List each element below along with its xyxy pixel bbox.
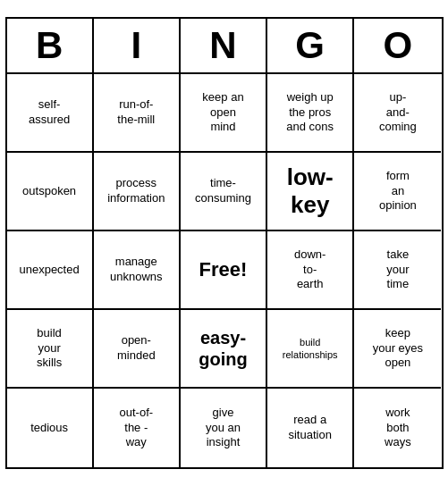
cell-text: manage unknowns	[110, 255, 163, 285]
bingo-cell-2: keep an open mind	[181, 74, 267, 153]
bingo-cell-21: out-of- the - way	[94, 389, 181, 467]
bingo-cell-20: tedious	[7, 389, 94, 467]
bingo-letter-o: O	[354, 19, 441, 72]
bingo-cell-3: weigh up the pros and cons	[267, 74, 354, 153]
bingo-cell-12: Free!	[181, 231, 267, 310]
cell-text: low- key	[287, 163, 334, 219]
bingo-cell-9: form an opinion	[354, 153, 441, 231]
cell-text: down- to- earth	[294, 247, 325, 293]
cell-text: up- and- coming	[379, 90, 417, 136]
bingo-cell-6: process information	[94, 153, 181, 231]
bingo-header: BINGO	[7, 19, 442, 74]
bingo-letter-g: G	[267, 19, 354, 72]
bingo-cell-8: low- key	[267, 153, 354, 231]
cell-text: tedious	[30, 421, 68, 436]
cell-text: outspoken	[22, 184, 76, 199]
bingo-grid: self- assuredrun-of- the-millkeep an ope…	[7, 74, 442, 467]
bingo-cell-14: take your time	[354, 231, 441, 310]
cell-text: form an opinion	[379, 169, 417, 214]
cell-text: build relationships	[283, 336, 338, 362]
bingo-cell-18: build relationships	[267, 310, 354, 389]
cell-text: run-of- the-mill	[117, 97, 155, 128]
cell-text: unexpected	[19, 263, 79, 278]
bingo-cell-5: outspoken	[7, 153, 94, 231]
cell-text: keep an open mind	[202, 90, 243, 136]
cell-text: keep your eyes open	[373, 326, 423, 372]
cell-text: build your skills	[37, 326, 62, 372]
cell-text: process information	[107, 176, 165, 206]
cell-text: work both ways	[385, 406, 411, 451]
bingo-cell-11: manage unknowns	[94, 231, 181, 310]
cell-text: time- consuming	[195, 176, 251, 206]
cell-text: Free!	[199, 257, 248, 283]
bingo-cell-24: work both ways	[354, 389, 441, 467]
bingo-cell-17: easy- going	[181, 310, 267, 389]
bingo-cell-13: down- to- earth	[267, 231, 354, 310]
bingo-cell-0: self- assured	[7, 74, 94, 153]
cell-text: weigh up the pros and cons	[286, 90, 334, 136]
bingo-cell-16: open- minded	[94, 310, 181, 389]
bingo-cell-10: unexpected	[7, 231, 94, 310]
bingo-letter-n: N	[181, 19, 267, 72]
bingo-cell-7: time- consuming	[181, 153, 267, 231]
bingo-letter-i: I	[94, 19, 181, 72]
bingo-cell-1: run-of- the-mill	[94, 74, 181, 153]
cell-text: self- assured	[29, 97, 70, 128]
bingo-cell-23: read a situation	[267, 389, 354, 467]
bingo-cell-4: up- and- coming	[354, 74, 441, 153]
cell-text: give you an insight	[206, 406, 241, 451]
bingo-letter-b: B	[7, 19, 94, 72]
cell-text: open- minded	[117, 333, 156, 364]
cell-text: easy- going	[199, 327, 247, 370]
bingo-cell-19: keep your eyes open	[354, 310, 441, 389]
cell-text: read a situation	[288, 413, 331, 443]
bingo-cell-22: give you an insight	[181, 389, 267, 467]
cell-text: out-of- the - way	[120, 406, 154, 451]
bingo-cell-15: build your skills	[7, 310, 94, 389]
cell-text: take your time	[386, 247, 409, 293]
bingo-card: BINGO self- assuredrun-of- the-millkeep …	[5, 17, 444, 469]
